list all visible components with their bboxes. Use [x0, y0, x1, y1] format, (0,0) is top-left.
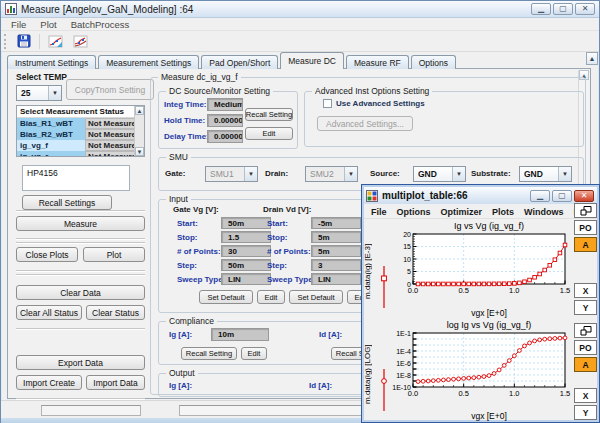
- set-default-button[interactable]: Set Default: [289, 290, 343, 304]
- plot-mode-icon[interactable]: [574, 323, 597, 338]
- table-row[interactable]: Bias_R2_wBTNot Measured: [17, 129, 135, 140]
- clear-all-status-button[interactable]: Clear All Status: [16, 305, 82, 320]
- smu-select-source[interactable]: GND▼: [413, 166, 466, 182]
- input-row-field[interactable]: 50m: [221, 217, 271, 229]
- measurement-name[interactable]: Bias_R1_wBT: [17, 118, 85, 129]
- plot-po-button[interactable]: PO: [574, 220, 597, 235]
- save-icon[interactable]: [14, 33, 34, 50]
- dc-edit-button[interactable]: Edit: [245, 127, 293, 140]
- import-create-button[interactable]: Import Create: [16, 375, 82, 390]
- use-advanced-settings-checkbox[interactable]: [323, 99, 332, 108]
- smu-select-gate[interactable]: SMU1▼: [205, 166, 258, 182]
- clear-data-button[interactable]: Clear Data: [16, 285, 145, 300]
- batch-plot-icon[interactable]: [70, 33, 90, 50]
- plot-y-button[interactable]: Y: [574, 405, 597, 420]
- chart2-ylabel: m.data(ig) [LOG]: [363, 331, 372, 417]
- measure-group-title: Measure dc_ig_vg_f: [158, 72, 241, 82]
- compliance-recall-button[interactable]: Recall Setting: [181, 347, 237, 360]
- advanced-settings-button[interactable]: Advanced Settings...: [317, 116, 413, 131]
- table-row[interactable]: ig_vg_fNot Measured: [17, 140, 135, 151]
- input-row-field[interactable]: 1.5: [221, 231, 271, 243]
- compliance-field[interactable]: 10m: [211, 328, 269, 341]
- dc-row-field[interactable]: 0.00000: [207, 130, 243, 143]
- instrument-item[interactable]: HP4156: [27, 168, 58, 178]
- tab-measure-dc[interactable]: Measure DC: [280, 52, 344, 69]
- minimize-icon[interactable]: ▁: [531, 3, 551, 15]
- dc-row-field[interactable]: 0.00000: [207, 114, 243, 127]
- input-row-field[interactable]: 3: [311, 259, 361, 271]
- menu-file[interactable]: File: [371, 207, 387, 217]
- plot-y-button[interactable]: Y: [574, 300, 597, 315]
- compliance-edit-button[interactable]: Edit: [241, 347, 267, 360]
- recall-settings-button[interactable]: Recall Settings: [22, 195, 112, 210]
- menu-optimizer[interactable]: Optimizer: [441, 207, 483, 217]
- menu-plot[interactable]: Plot: [40, 19, 56, 30]
- temp-select[interactable]: 25 ▼: [16, 85, 62, 101]
- plot-mode-icon[interactable]: [574, 203, 597, 218]
- import-data-button[interactable]: Import Data: [86, 375, 145, 390]
- close-plots-button[interactable]: Close Plots: [16, 247, 78, 262]
- tab-scroll-up-button[interactable]: ▲: [586, 52, 598, 65]
- plot-x-button[interactable]: X: [574, 283, 597, 298]
- toolbar-grip[interactable]: [4, 34, 7, 49]
- tab-pad-open-short[interactable]: Pad Open/Short: [201, 55, 278, 69]
- instrument-listbox[interactable]: HP4156: [22, 165, 130, 191]
- menu-batchprocess[interactable]: BatchProcess: [71, 19, 130, 30]
- menu-file[interactable]: File: [11, 19, 26, 30]
- measurement-name[interactable]: ig_vg_f: [17, 140, 85, 151]
- scroll-up-icon[interactable]: ▲: [135, 106, 144, 115]
- dc-row-field[interactable]: Medium: [207, 98, 243, 111]
- multiplot-titlebar[interactable]: multiplot_table:66 ▁ ▢ ✕: [364, 187, 597, 204]
- tab-strip: Instrument SettingsMeasurement SettingsP…: [7, 51, 458, 69]
- tab-instrument-settings[interactable]: Instrument Settings: [7, 55, 96, 69]
- separator: [16, 242, 145, 244]
- input-row-field[interactable]: -5m: [311, 217, 361, 229]
- measure-button[interactable]: Measure: [16, 216, 145, 231]
- table-row[interactable]: Bias_R1_wBTNot Measured: [17, 118, 135, 129]
- clear-status-button[interactable]: Clear Status: [86, 305, 145, 320]
- input-row-field[interactable]: LIN: [221, 273, 271, 285]
- dc-recall-setting-button[interactable]: Recall Setting: [245, 108, 293, 121]
- measure-window-titlebar[interactable]: Measure [Angelov_GaN_Modeling] :64 ▁ ▢ ✕: [1, 1, 599, 18]
- close-icon[interactable]: ✕: [575, 3, 595, 15]
- tab-measure-rf[interactable]: Measure RF: [346, 55, 409, 69]
- menu-windows[interactable]: Windows: [524, 207, 563, 217]
- maximize-icon[interactable]: ▢: [553, 3, 573, 15]
- tab-options[interactable]: Options: [411, 55, 456, 69]
- menu-plots[interactable]: Plots: [492, 207, 514, 217]
- use-advanced-settings-label: Use Advanced Settings: [336, 99, 425, 108]
- close-icon[interactable]: ✕: [574, 190, 594, 202]
- menu-options[interactable]: Options: [397, 207, 431, 217]
- tab-measurement-settings[interactable]: Measurement Settings: [98, 55, 199, 69]
- plot-x-button[interactable]: X: [574, 388, 597, 403]
- plot-po-button[interactable]: PO: [574, 340, 597, 355]
- svg-text:1E-8: 1E-8: [396, 372, 411, 379]
- dc-source-monitor-group: DC Source/Monitor Setting Recall Setting…: [158, 91, 298, 149]
- measurement-name[interactable]: Bias_R2_wBT: [17, 129, 85, 140]
- input-row-field[interactable]: 5m: [311, 245, 361, 257]
- input-row-field[interactable]: 30: [221, 245, 271, 257]
- smu-select-substrate[interactable]: GND▼: [519, 166, 572, 182]
- minimize-icon[interactable]: ▁: [530, 190, 550, 202]
- main-toolbar: [1, 31, 599, 52]
- status-table-scrollbar[interactable]: ▲ ▼: [134, 106, 144, 156]
- plot-a-button[interactable]: A: [574, 237, 597, 252]
- scroll-down-icon[interactable]: ▼: [135, 147, 144, 156]
- smu-select-drain[interactable]: SMU2▼: [305, 166, 358, 182]
- smu-label: Substrate:: [471, 169, 511, 178]
- export-data-button[interactable]: Export Data: [16, 355, 145, 370]
- plot-a-button[interactable]: A: [574, 357, 597, 372]
- plot-button[interactable]: Plot: [83, 247, 145, 262]
- input-row-field[interactable]: LIN: [311, 273, 361, 285]
- plot-data-icon[interactable]: [45, 33, 65, 50]
- table-row[interactable]: ig_vg_rNot Measured: [17, 151, 135, 157]
- copy-tnom-button[interactable]: CopyTnom Setting: [66, 79, 154, 100]
- measurement-name[interactable]: ig_vg_r: [17, 151, 85, 157]
- input-row-field[interactable]: 50m: [221, 259, 271, 271]
- input-row-label: Stop:: [177, 233, 197, 242]
- maximize-icon[interactable]: ▢: [552, 190, 572, 202]
- set-default-button[interactable]: Set Default: [199, 290, 253, 304]
- input-row-field[interactable]: 5m: [311, 231, 361, 243]
- svg-text:1E-1: 1E-1: [396, 330, 411, 337]
- edit-button[interactable]: Edit: [257, 290, 285, 304]
